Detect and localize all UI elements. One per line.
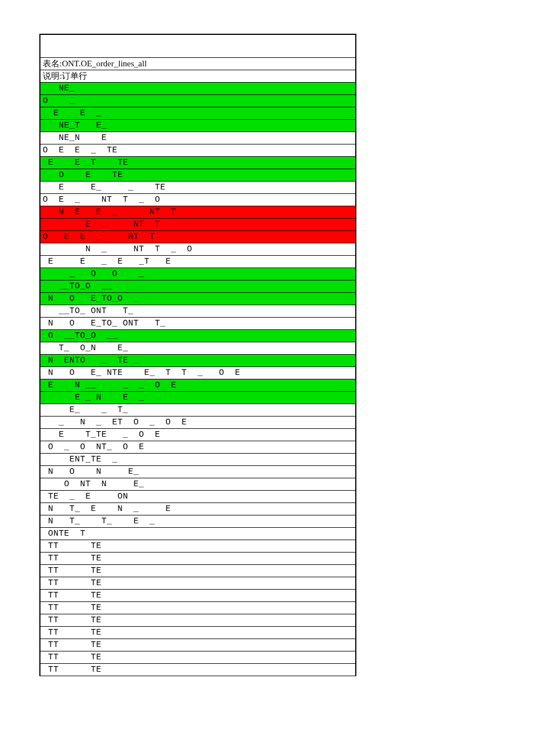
- table-row: O E E _ NT T: [40, 231, 355, 243]
- table-row: _ N _ ET O _ O E: [40, 417, 355, 429]
- table-row: _ O O _: [40, 268, 355, 280]
- table-row: N T_ T_ E _: [40, 515, 355, 528]
- table-row: __TO_ ONT T_: [40, 305, 355, 318]
- table-row: N E E _ NT T: [40, 206, 355, 219]
- table-row: TT TE: [40, 602, 355, 614]
- table-row: TT TE: [40, 627, 355, 639]
- schema-table: 表名:ONT.OE_order_lines_all 说明:订单行 NE_O _ …: [39, 34, 356, 676]
- rows-container: NE_O _ E E _ NE_T E_ NE_N EO E E _ TE E …: [40, 83, 355, 676]
- table-row: N O E_ NTE E_ T T _ O E: [40, 367, 355, 379]
- blank-row: [40, 35, 355, 58]
- table-row: E E _T TE: [40, 157, 355, 169]
- table-row: O NT N E_: [40, 478, 355, 491]
- table-row: O E E _ TE: [40, 144, 355, 157]
- table-row: __TO_O __: [40, 280, 355, 293]
- table-row: E_ _ T_: [40, 404, 355, 417]
- table-row: O E _ NT T _ O: [40, 194, 355, 206]
- table-row: TT TE: [40, 540, 355, 553]
- table-row: TT TE: [40, 565, 355, 577]
- table-row: TT TE: [40, 577, 355, 590]
- table-row: NE_N E: [40, 132, 355, 144]
- table-desc-row: 说明:订单行: [40, 70, 355, 83]
- table-row: N O N E_: [40, 466, 355, 478]
- table-row: E E _: [40, 107, 355, 120]
- table-row: O E TE: [40, 169, 355, 182]
- table-row: N O E_TO_ ONT T_: [40, 318, 355, 330]
- table-name-row: 表名:ONT.OE_order_lines_all: [40, 58, 355, 70]
- table-row: N T_ E N _ E: [40, 503, 355, 515]
- table-row: NE_: [40, 83, 355, 95]
- page: 表名:ONT.OE_order_lines_all 说明:订单行 NE_O _ …: [0, 0, 534, 756]
- table-row: T_ O_N E_: [40, 342, 355, 355]
- table-row: E _ N E _: [40, 392, 355, 404]
- table-row: TT TE: [40, 553, 355, 565]
- table-row: TT TE: [40, 614, 355, 627]
- table-row: N _ NT T _ O: [40, 243, 355, 256]
- table-row: E E _ E _T E: [40, 256, 355, 268]
- table-row: O _: [40, 95, 355, 107]
- table-row: ENT_TE _: [40, 454, 355, 466]
- table-row: TT TE: [40, 590, 355, 602]
- table-row: E E_ _ TE: [40, 182, 355, 194]
- table-row: TT TE: [40, 651, 355, 664]
- table-row: TT TE: [40, 664, 355, 676]
- table-row: TE _ E ON: [40, 491, 355, 503]
- table-row: E T_TE _ O E: [40, 429, 355, 441]
- table-row: NE_T E_: [40, 120, 355, 132]
- table-row: O _ O NT_ O E: [40, 441, 355, 454]
- table-row: N ENTO _ TE _: [40, 355, 355, 367]
- table-row: E _ NT T: [40, 219, 355, 231]
- table-row: E N __ _ _ O E: [40, 379, 355, 392]
- table-row: ONTE T: [40, 528, 355, 540]
- table-row: O __TO_O __: [40, 330, 355, 342]
- table-row: TT TE: [40, 639, 355, 651]
- table-row: N O E_TO_O _: [40, 293, 355, 305]
